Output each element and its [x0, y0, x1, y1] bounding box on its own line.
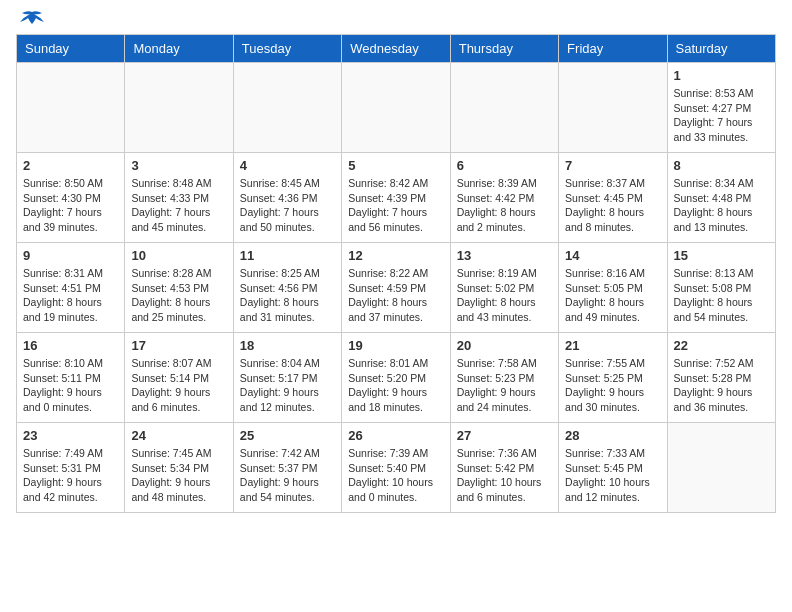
- day-info: Sunrise: 7:58 AMSunset: 5:23 PMDaylight:…: [457, 356, 552, 415]
- day-number: 3: [131, 158, 226, 173]
- logo: [16, 16, 46, 24]
- calendar-week-row: 16Sunrise: 8:10 AMSunset: 5:11 PMDayligh…: [17, 333, 776, 423]
- day-info: Sunrise: 8:53 AMSunset: 4:27 PMDaylight:…: [674, 86, 769, 145]
- day-number: 18: [240, 338, 335, 353]
- calendar-cell: [342, 63, 450, 153]
- day-info: Sunrise: 7:36 AMSunset: 5:42 PMDaylight:…: [457, 446, 552, 505]
- calendar-cell: 18Sunrise: 8:04 AMSunset: 5:17 PMDayligh…: [233, 333, 341, 423]
- day-info: Sunrise: 7:45 AMSunset: 5:34 PMDaylight:…: [131, 446, 226, 505]
- calendar-cell: [233, 63, 341, 153]
- weekday-header-tuesday: Tuesday: [233, 35, 341, 63]
- day-info: Sunrise: 8:13 AMSunset: 5:08 PMDaylight:…: [674, 266, 769, 325]
- calendar-cell: [17, 63, 125, 153]
- calendar-cell: 8Sunrise: 8:34 AMSunset: 4:48 PMDaylight…: [667, 153, 775, 243]
- calendar-cell: [450, 63, 558, 153]
- calendar-cell: 11Sunrise: 8:25 AMSunset: 4:56 PMDayligh…: [233, 243, 341, 333]
- weekday-header-wednesday: Wednesday: [342, 35, 450, 63]
- day-number: 9: [23, 248, 118, 263]
- day-number: 13: [457, 248, 552, 263]
- calendar-cell: 14Sunrise: 8:16 AMSunset: 5:05 PMDayligh…: [559, 243, 667, 333]
- day-info: Sunrise: 8:34 AMSunset: 4:48 PMDaylight:…: [674, 176, 769, 235]
- calendar-week-row: 9Sunrise: 8:31 AMSunset: 4:51 PMDaylight…: [17, 243, 776, 333]
- day-number: 5: [348, 158, 443, 173]
- day-info: Sunrise: 7:39 AMSunset: 5:40 PMDaylight:…: [348, 446, 443, 505]
- day-number: 16: [23, 338, 118, 353]
- day-info: Sunrise: 8:25 AMSunset: 4:56 PMDaylight:…: [240, 266, 335, 325]
- calendar-week-row: 1Sunrise: 8:53 AMSunset: 4:27 PMDaylight…: [17, 63, 776, 153]
- calendar-cell: 20Sunrise: 7:58 AMSunset: 5:23 PMDayligh…: [450, 333, 558, 423]
- calendar-cell: 27Sunrise: 7:36 AMSunset: 5:42 PMDayligh…: [450, 423, 558, 513]
- day-info: Sunrise: 8:10 AMSunset: 5:11 PMDaylight:…: [23, 356, 118, 415]
- calendar-cell: 7Sunrise: 8:37 AMSunset: 4:45 PMDaylight…: [559, 153, 667, 243]
- day-number: 20: [457, 338, 552, 353]
- day-info: Sunrise: 8:37 AMSunset: 4:45 PMDaylight:…: [565, 176, 660, 235]
- logo-bird-icon: [18, 10, 46, 28]
- day-info: Sunrise: 8:45 AMSunset: 4:36 PMDaylight:…: [240, 176, 335, 235]
- day-number: 27: [457, 428, 552, 443]
- weekday-header-sunday: Sunday: [17, 35, 125, 63]
- day-info: Sunrise: 8:42 AMSunset: 4:39 PMDaylight:…: [348, 176, 443, 235]
- weekday-header-friday: Friday: [559, 35, 667, 63]
- calendar-cell: 3Sunrise: 8:48 AMSunset: 4:33 PMDaylight…: [125, 153, 233, 243]
- day-number: 7: [565, 158, 660, 173]
- day-number: 26: [348, 428, 443, 443]
- day-number: 24: [131, 428, 226, 443]
- day-number: 10: [131, 248, 226, 263]
- day-number: 12: [348, 248, 443, 263]
- calendar-cell: [559, 63, 667, 153]
- calendar-week-row: 2Sunrise: 8:50 AMSunset: 4:30 PMDaylight…: [17, 153, 776, 243]
- calendar-cell: 21Sunrise: 7:55 AMSunset: 5:25 PMDayligh…: [559, 333, 667, 423]
- day-number: 22: [674, 338, 769, 353]
- day-info: Sunrise: 7:52 AMSunset: 5:28 PMDaylight:…: [674, 356, 769, 415]
- calendar-week-row: 23Sunrise: 7:49 AMSunset: 5:31 PMDayligh…: [17, 423, 776, 513]
- day-info: Sunrise: 8:48 AMSunset: 4:33 PMDaylight:…: [131, 176, 226, 235]
- day-number: 14: [565, 248, 660, 263]
- calendar-cell: 16Sunrise: 8:10 AMSunset: 5:11 PMDayligh…: [17, 333, 125, 423]
- calendar-cell: 13Sunrise: 8:19 AMSunset: 5:02 PMDayligh…: [450, 243, 558, 333]
- calendar-cell: 6Sunrise: 8:39 AMSunset: 4:42 PMDaylight…: [450, 153, 558, 243]
- day-info: Sunrise: 8:39 AMSunset: 4:42 PMDaylight:…: [457, 176, 552, 235]
- calendar-cell: 5Sunrise: 8:42 AMSunset: 4:39 PMDaylight…: [342, 153, 450, 243]
- day-number: 15: [674, 248, 769, 263]
- day-number: 25: [240, 428, 335, 443]
- weekday-header-saturday: Saturday: [667, 35, 775, 63]
- calendar-cell: 23Sunrise: 7:49 AMSunset: 5:31 PMDayligh…: [17, 423, 125, 513]
- day-number: 4: [240, 158, 335, 173]
- calendar-cell: 25Sunrise: 7:42 AMSunset: 5:37 PMDayligh…: [233, 423, 341, 513]
- calendar-cell: 9Sunrise: 8:31 AMSunset: 4:51 PMDaylight…: [17, 243, 125, 333]
- day-number: 28: [565, 428, 660, 443]
- day-info: Sunrise: 7:49 AMSunset: 5:31 PMDaylight:…: [23, 446, 118, 505]
- calendar-cell: [125, 63, 233, 153]
- weekday-header-thursday: Thursday: [450, 35, 558, 63]
- day-info: Sunrise: 7:33 AMSunset: 5:45 PMDaylight:…: [565, 446, 660, 505]
- calendar-cell: [667, 423, 775, 513]
- day-number: 19: [348, 338, 443, 353]
- day-info: Sunrise: 8:28 AMSunset: 4:53 PMDaylight:…: [131, 266, 226, 325]
- day-number: 23: [23, 428, 118, 443]
- calendar-header-row: SundayMondayTuesdayWednesdayThursdayFrid…: [17, 35, 776, 63]
- weekday-header-monday: Monday: [125, 35, 233, 63]
- day-info: Sunrise: 8:01 AMSunset: 5:20 PMDaylight:…: [348, 356, 443, 415]
- day-number: 11: [240, 248, 335, 263]
- calendar-cell: 17Sunrise: 8:07 AMSunset: 5:14 PMDayligh…: [125, 333, 233, 423]
- calendar-cell: 24Sunrise: 7:45 AMSunset: 5:34 PMDayligh…: [125, 423, 233, 513]
- calendar-cell: 2Sunrise: 8:50 AMSunset: 4:30 PMDaylight…: [17, 153, 125, 243]
- calendar-cell: 1Sunrise: 8:53 AMSunset: 4:27 PMDaylight…: [667, 63, 775, 153]
- day-number: 1: [674, 68, 769, 83]
- day-info: Sunrise: 8:16 AMSunset: 5:05 PMDaylight:…: [565, 266, 660, 325]
- calendar-table: SundayMondayTuesdayWednesdayThursdayFrid…: [16, 34, 776, 513]
- calendar-cell: 10Sunrise: 8:28 AMSunset: 4:53 PMDayligh…: [125, 243, 233, 333]
- day-info: Sunrise: 8:07 AMSunset: 5:14 PMDaylight:…: [131, 356, 226, 415]
- calendar-cell: 15Sunrise: 8:13 AMSunset: 5:08 PMDayligh…: [667, 243, 775, 333]
- day-info: Sunrise: 7:55 AMSunset: 5:25 PMDaylight:…: [565, 356, 660, 415]
- day-info: Sunrise: 8:22 AMSunset: 4:59 PMDaylight:…: [348, 266, 443, 325]
- page: SundayMondayTuesdayWednesdayThursdayFrid…: [0, 0, 792, 529]
- day-info: Sunrise: 8:31 AMSunset: 4:51 PMDaylight:…: [23, 266, 118, 325]
- day-number: 8: [674, 158, 769, 173]
- day-number: 2: [23, 158, 118, 173]
- header: [16, 16, 776, 24]
- day-number: 21: [565, 338, 660, 353]
- day-info: Sunrise: 8:50 AMSunset: 4:30 PMDaylight:…: [23, 176, 118, 235]
- calendar-cell: 4Sunrise: 8:45 AMSunset: 4:36 PMDaylight…: [233, 153, 341, 243]
- calendar-cell: 19Sunrise: 8:01 AMSunset: 5:20 PMDayligh…: [342, 333, 450, 423]
